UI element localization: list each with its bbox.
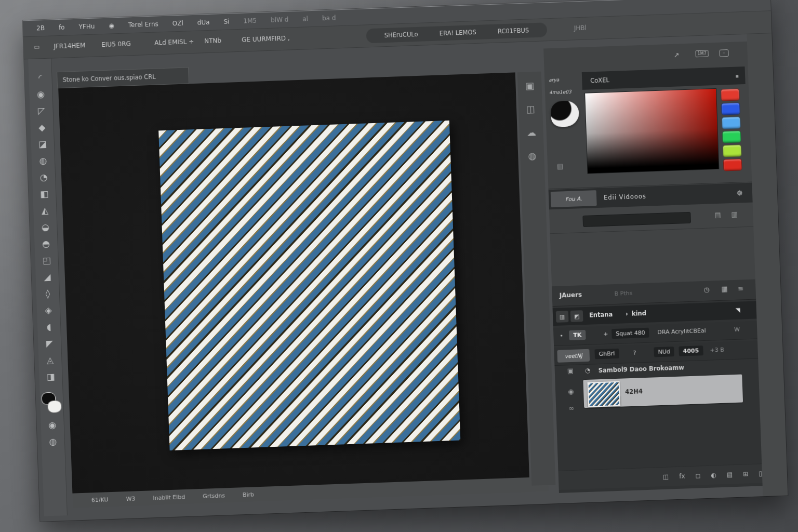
new-item-icon[interactable]: ▤: [714, 211, 721, 219]
selection-tool-icon[interactable]: ◆: [38, 123, 46, 132]
background-color-swatch[interactable]: [47, 400, 62, 413]
healing-tool-icon[interactable]: ◔: [39, 173, 47, 182]
brushes-panel-icon[interactable]: ◍: [528, 150, 536, 162]
options-item[interactable]: ALd EMISL ÷: [154, 38, 194, 47]
quick-mask-icon[interactable]: ◉: [48, 421, 56, 430]
canvas-area[interactable]: [58, 72, 529, 493]
segment-button[interactable]: ERA! LEMOS: [440, 29, 476, 37]
filter-label[interactable]: Entana: [589, 311, 613, 319]
filter-toggle-icon[interactable]: ◥: [736, 307, 740, 314]
color-swatch[interactable]: [721, 102, 740, 115]
shape-tool-icon[interactable]: ◬: [47, 356, 54, 365]
blur-tool-icon[interactable]: ◢: [44, 273, 51, 282]
duplicate-icon[interactable]: ▥: [731, 210, 738, 218]
menu-item[interactable]: Terel Erns: [128, 20, 159, 29]
gradient-tool-icon[interactable]: ◰: [42, 256, 51, 265]
menu-item[interactable]: 2B: [36, 24, 45, 32]
share-icon[interactable]: ↗: [673, 51, 679, 59]
menu-item[interactable]: fo: [59, 24, 65, 31]
history-brush-tool-icon[interactable]: ◒: [42, 223, 49, 232]
histogram-panel-icon[interactable]: ▣: [525, 80, 535, 91]
eraser-tool-icon[interactable]: ◓: [42, 240, 50, 249]
options-item[interactable]: JHBl: [574, 24, 587, 32]
layer-name[interactable]: 42H4: [625, 388, 643, 395]
opacity-value[interactable]: Squat 480: [611, 328, 649, 339]
lasso-tool-icon[interactable]: ◸: [38, 107, 45, 115]
new-layer-icon[interactable]: ⊞: [743, 470, 749, 477]
type-tool-icon[interactable]: ◖: [46, 323, 51, 331]
search-input[interactable]: [582, 212, 691, 227]
libraries-tab-button[interactable]: Fou A.: [551, 190, 597, 207]
zoom-level[interactable]: 61/KU: [91, 496, 109, 503]
color-gradient-field[interactable]: [584, 88, 719, 174]
pen-tool-icon[interactable]: ◈: [45, 306, 52, 315]
menu-item[interactable]: ba d: [322, 14, 336, 22]
crop-tool-icon[interactable]: ◪: [38, 140, 47, 149]
layer-effects-icon[interactable]: fx: [679, 472, 685, 480]
panel-menu-icon[interactable]: ▪: [735, 73, 739, 78]
color-swatch[interactable]: [721, 88, 740, 101]
layers-tab[interactable]: JAuers: [559, 291, 582, 299]
fill-value[interactable]: 4005: [679, 345, 703, 356]
options-item[interactable]: JFR14HEM: [54, 42, 85, 50]
window-icon[interactable]: ◦: [719, 49, 728, 57]
selected-layer-row[interactable]: 42H4: [583, 375, 743, 408]
hand-tool-icon[interactable]: ◨: [46, 373, 55, 382]
blend-mode-chip[interactable]: TK: [569, 330, 586, 340]
color-swatch[interactable]: [722, 116, 741, 129]
panel-menu-icon[interactable]: ≡: [738, 284, 743, 292]
link-layers-icon[interactable]: ◫: [663, 473, 669, 481]
layer-group-icon[interactable]: ▤: [727, 471, 733, 478]
screen-mode-icon[interactable]: ◍: [49, 437, 57, 447]
path-tool-icon[interactable]: ◤: [46, 339, 54, 348]
segment-button[interactable]: SHEruCULo: [384, 31, 418, 39]
color-swatch[interactable]: [723, 158, 742, 171]
libraries-tabs-label[interactable]: Edii Vidooos: [604, 193, 646, 202]
filter-type-icon[interactable]: ◩: [570, 310, 583, 322]
tool-preset-icon[interactable]: ▭: [34, 43, 40, 50]
move-tool-icon[interactable]: ◜: [38, 73, 42, 82]
menu-item[interactable]: dUa: [197, 19, 210, 26]
options-item[interactable]: EIU5 0RG: [101, 40, 131, 48]
menu-item[interactable]: Si: [223, 18, 229, 25]
panel-side-icon[interactable]: ▤: [557, 162, 564, 170]
history-icon[interactable]: ◷: [703, 286, 710, 294]
adjustment-layer-icon[interactable]: ◐: [711, 471, 716, 478]
menu-item[interactable]: 1M5: [243, 17, 257, 25]
dodge-tool-icon[interactable]: ◊: [45, 289, 50, 298]
blend-trailing-icon[interactable]: W: [734, 326, 740, 333]
layer-thumbnail[interactable]: [588, 381, 621, 407]
striped-artwork-image[interactable]: [158, 121, 460, 450]
menu-item[interactable]: al: [302, 15, 308, 22]
eyedropper-tool-icon[interactable]: ◍: [39, 156, 47, 166]
workspace-badge[interactable]: 1M7: [695, 50, 709, 57]
options-item[interactable]: NTNb: [204, 37, 221, 45]
link-icon[interactable]: ∞: [568, 404, 574, 412]
stamp-tool-icon[interactable]: ◭: [42, 206, 49, 215]
foreground-background-swatch[interactable]: [41, 392, 62, 413]
plus-icon[interactable]: +: [603, 330, 608, 337]
eye-icon[interactable]: ▣: [567, 367, 574, 375]
color-swatch[interactable]: [722, 130, 741, 143]
filter-kind-label[interactable]: kind: [632, 310, 646, 317]
menu-item[interactable]: YFHu: [78, 23, 95, 31]
color-tab[interactable]: CoXEL: [590, 76, 609, 84]
channels-icon[interactable]: ▦: [721, 285, 728, 292]
lock-chip[interactable]: NUd: [654, 347, 674, 357]
segment-button[interactable]: RC01FBUS: [498, 26, 529, 35]
layers-faded-tab[interactable]: B Pths: [614, 290, 632, 297]
color-swatch[interactable]: [723, 144, 742, 157]
gear-icon[interactable]: ☸: [736, 189, 743, 197]
brush-state-icon[interactable]: ◉: [568, 388, 574, 395]
visibility-icon[interactable]: ◔: [585, 367, 591, 374]
marquee-tool-icon[interactable]: ◉: [37, 90, 45, 99]
options-item[interactable]: GE UURMFIRD ,: [242, 35, 290, 44]
layer-mask-icon[interactable]: ◻: [695, 472, 700, 479]
navigator-panel-icon[interactable]: ◫: [526, 103, 535, 115]
menu-item[interactable]: blW d: [271, 16, 289, 24]
cloud-panel-icon[interactable]: ☁: [526, 127, 536, 138]
brush-tool-icon[interactable]: ◧: [40, 190, 49, 199]
menu-icon[interactable]: ◉: [109, 22, 114, 29]
menu-item[interactable]: OZl: [172, 20, 183, 28]
lock-chip[interactable]: GhBrl: [594, 349, 619, 360]
